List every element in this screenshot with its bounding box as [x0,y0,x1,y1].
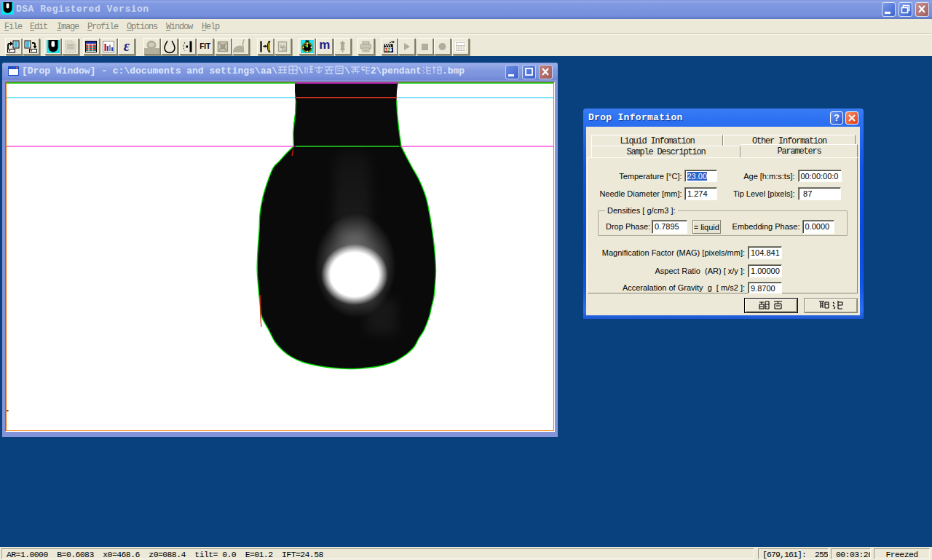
svg-text:1: 1 [390,46,393,52]
